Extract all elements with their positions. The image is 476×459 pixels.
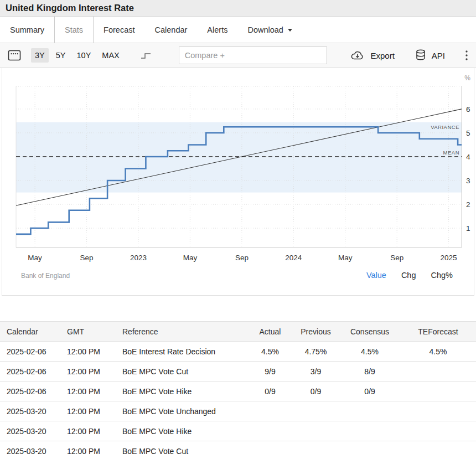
cell-actual: 4.5% (248, 342, 292, 362)
cell-gmt: 12:00 PM (63, 362, 118, 381)
tab-summary[interactable]: Summary (0, 17, 55, 43)
svg-text:May: May (338, 254, 353, 262)
cell-teforecast (400, 401, 476, 421)
cell-actual: 0/9 (248, 381, 292, 401)
database-icon (415, 49, 427, 62)
col-teforecast: TEForecast (400, 322, 476, 342)
cell-consensus: 8/9 (339, 362, 400, 381)
cell-calendar: 2025-02-06 (0, 342, 63, 362)
cell-consensus: 0/9 (339, 381, 400, 401)
tab-bar: Summary Stats Forecast Calendar Alerts D… (0, 17, 476, 43)
table-row[interactable]: 2025-03-2012:00 PMBoE MPC Vote Unchanged (0, 401, 476, 421)
cell-previous: 3/9 (292, 362, 339, 381)
col-calendar: Calendar (0, 322, 63, 342)
tab-stats[interactable]: Stats (55, 17, 94, 43)
cloud-download-icon (350, 50, 365, 61)
export-button[interactable]: Export (350, 50, 394, 61)
kebab-menu-icon[interactable] (465, 49, 468, 61)
tab-calendar[interactable]: Calendar (145, 17, 198, 43)
cell-actual: 9/9 (248, 362, 292, 381)
calendar-table-section: Calendar GMT Reference Actual Previous C… (0, 321, 476, 459)
svg-text:5: 5 (466, 129, 470, 137)
mode-chg[interactable]: Chg (401, 271, 416, 280)
step-chart-type-icon[interactable] (140, 51, 152, 60)
cell-gmt: 12:00 PM (63, 421, 118, 441)
range-10y[interactable]: 10Y (73, 48, 95, 63)
chart-mode-switch: Value Chg Chg% (366, 271, 453, 280)
chart-toolbar: 3Y 5Y 10Y MAX Export API (0, 43, 476, 68)
table-row[interactable]: 2025-02-0612:00 PMBoE Interest Rate Deci… (0, 342, 476, 362)
cell-previous: 4.75% (292, 342, 339, 362)
cell-teforecast (400, 362, 476, 381)
cell-actual (248, 441, 292, 459)
page-title-bar: United Kingdom Interest Rate (0, 0, 476, 17)
tab-forecast[interactable]: Forecast (94, 17, 144, 43)
chart-source: Bank of England (21, 272, 70, 280)
cell-consensus (339, 441, 400, 459)
mode-value[interactable]: Value (366, 271, 386, 280)
cell-calendar: 2025-03-20 (0, 421, 63, 441)
cell-teforecast (400, 381, 476, 401)
svg-text:May: May (183, 254, 198, 262)
cell-consensus (339, 421, 400, 441)
col-consensus: Consensus (339, 322, 400, 342)
svg-text:MEAN: MEAN (443, 149, 459, 156)
cell-calendar: 2025-03-20 (0, 401, 63, 421)
range-max[interactable]: MAX (98, 48, 123, 63)
col-actual: Actual (248, 322, 292, 342)
range-5y[interactable]: 5Y (52, 48, 70, 63)
table-header-row: Calendar GMT Reference Actual Previous C… (0, 322, 476, 342)
table-row[interactable]: 2025-03-2012:00 PMBoE MPC Vote Hike (0, 421, 476, 441)
svg-text:May: May (28, 254, 42, 262)
compare-box (179, 47, 327, 64)
cell-previous (292, 441, 339, 459)
cell-actual (248, 401, 292, 421)
table-row[interactable]: 2025-03-2012:00 PMBoE MPC Vote Cut (0, 441, 476, 459)
table-row[interactable]: 2025-02-0612:00 PMBoE MPC Vote Hike0/90/… (0, 381, 476, 401)
cell-actual (248, 421, 292, 441)
cell-calendar: 2025-03-20 (0, 441, 63, 459)
svg-text:Sep: Sep (235, 254, 249, 262)
cell-reference: BoE MPC Vote Cut (118, 441, 248, 459)
page-title: United Kingdom Interest Rate (6, 3, 134, 13)
svg-text:3: 3 (466, 177, 470, 185)
mode-chg-pct[interactable]: Chg% (431, 271, 453, 280)
cell-reference: BoE Interest Rate Decision (118, 342, 248, 362)
cell-previous: 0/9 (292, 381, 339, 401)
cell-gmt: 12:00 PM (63, 381, 118, 401)
svg-text:1: 1 (466, 224, 470, 233)
col-previous: Previous (292, 322, 339, 342)
cell-gmt: 12:00 PM (63, 342, 118, 362)
range-3y[interactable]: 3Y (31, 48, 49, 63)
cell-teforecast (400, 421, 476, 441)
calendar-table: Calendar GMT Reference Actual Previous C… (0, 321, 476, 459)
svg-text:2023: 2023 (130, 254, 147, 262)
svg-text:2: 2 (466, 200, 470, 209)
cell-gmt: 12:00 PM (63, 401, 118, 421)
cell-teforecast: 4.5% (400, 342, 476, 362)
calendar-icon[interactable] (8, 49, 21, 61)
cell-previous (292, 401, 339, 421)
compare-input[interactable] (179, 47, 327, 64)
svg-text:2024: 2024 (285, 254, 302, 262)
svg-text:Sep: Sep (80, 254, 94, 262)
table-row[interactable]: 2025-02-0612:00 PMBoE MPC Vote Cut9/93/9… (0, 362, 476, 381)
cell-teforecast (400, 441, 476, 459)
tab-alerts[interactable]: Alerts (197, 17, 237, 43)
cell-gmt: 12:00 PM (63, 441, 118, 459)
tab-download[interactable]: Download (237, 17, 302, 43)
svg-text:4: 4 (466, 153, 470, 161)
svg-text:2025: 2025 (441, 254, 457, 262)
svg-text:VARIANCE: VARIANCE (431, 124, 459, 130)
cell-calendar: 2025-02-06 (0, 381, 63, 401)
svg-text:%: % (464, 74, 470, 82)
range-selector: 3Y 5Y 10Y MAX (31, 48, 123, 63)
interest-rate-chart[interactable]: 123456MaySep2023MaySep2024MaySep2025%VAR… (2, 68, 475, 295)
cell-calendar: 2025-02-06 (0, 362, 63, 381)
toolbar-right: Export API (350, 49, 468, 62)
api-button[interactable]: API (415, 49, 445, 62)
cell-reference: BoE MPC Vote Hike (118, 421, 248, 441)
col-reference: Reference (118, 322, 248, 342)
cell-reference: BoE MPC Vote Unchanged (118, 401, 248, 421)
cell-reference: BoE MPC Vote Hike (118, 381, 248, 401)
